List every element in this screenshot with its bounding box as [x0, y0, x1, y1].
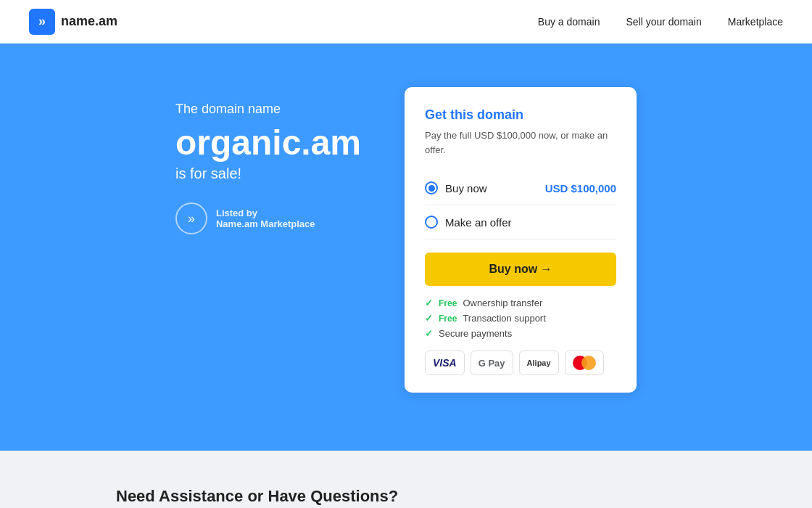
card-title: Get this domain	[425, 107, 616, 123]
hero-domain: organic.am	[175, 123, 361, 163]
mastercard-badge	[565, 351, 604, 375]
free-badge-2: Free	[439, 314, 457, 324]
hero-section: The domain name organic.am is for sale! …	[0, 44, 812, 451]
make-offer-option[interactable]: Make an offer	[425, 205, 616, 239]
make-offer-radio[interactable]	[425, 216, 438, 229]
hero-listed: » Listed by Name.am Marketplace	[175, 202, 361, 234]
check-icon-3: ✓	[425, 328, 433, 339]
nav-marketplace[interactable]: Marketplace	[728, 16, 783, 28]
mc-icon	[573, 356, 596, 370]
hero-left: The domain name organic.am is for sale! …	[175, 87, 361, 234]
hero-listed-text: Listed by Name.am Marketplace	[216, 208, 315, 229]
card-features: ✓ Free Ownership transfer ✓ Free Transac…	[425, 298, 616, 339]
purchase-card: Get this domain Pay the full USD $100,00…	[405, 87, 637, 393]
hero-subtitle: The domain name	[175, 102, 361, 117]
hero-forsale: is for sale!	[175, 165, 361, 182]
nav-links: Buy a domain Sell your domain Marketplac…	[538, 16, 783, 28]
buy-now-option[interactable]: Buy now USD $100,000	[425, 171, 616, 205]
feature-secure-label: Secure payments	[439, 328, 512, 339]
alipay-badge: Alipay	[519, 351, 559, 375]
listed-by-label: Listed by	[216, 208, 315, 218]
check-icon: ✓	[425, 298, 433, 308]
free-badge-1: Free	[439, 298, 457, 308]
make-offer-label: Make an offer	[445, 216, 616, 229]
feature-ownership: ✓ Free Ownership transfer	[425, 298, 616, 308]
check-icon-2: ✓	[425, 313, 433, 324]
gpay-badge: G Pay	[471, 351, 513, 375]
listed-by-name: Name.am Marketplace	[216, 218, 315, 229]
nav-sell-domain[interactable]: Sell your domain	[626, 16, 701, 28]
feature-transaction-label: Transaction support	[463, 313, 545, 324]
marketplace-icon: »	[175, 202, 207, 234]
buy-now-radio[interactable]	[425, 181, 438, 194]
feature-ownership-label: Ownership transfer	[463, 298, 542, 308]
nav-buy-domain[interactable]: Buy a domain	[538, 16, 600, 28]
buy-now-button[interactable]: Buy now →	[425, 253, 616, 286]
logo-text: name.am	[61, 14, 117, 29]
logo-link[interactable]: » name.am	[29, 9, 117, 35]
payment-methods: VISA G Pay Alipay	[425, 351, 616, 375]
feature-secure: ✓ Secure payments	[425, 328, 616, 339]
card-description: Pay the full USD $100,000 now, or make a…	[425, 128, 616, 157]
feature-transaction: ✓ Free Transaction support	[425, 313, 616, 324]
buy-button-label: Buy now →	[489, 263, 552, 276]
content-inner: Need Assistance or Have Questions? If yo…	[116, 487, 696, 508]
mc-orange-circle	[581, 356, 596, 370]
buy-now-price: USD $100,000	[545, 182, 616, 194]
logo-icon: »	[29, 9, 55, 35]
visa-badge: VISA	[425, 351, 465, 375]
content-section: Need Assistance or Have Questions? If yo…	[0, 451, 812, 508]
navbar: » name.am Buy a domain Sell your domain …	[0, 0, 812, 44]
assistance-title: Need Assistance or Have Questions?	[116, 487, 696, 506]
buy-now-label: Buy now	[445, 182, 538, 194]
